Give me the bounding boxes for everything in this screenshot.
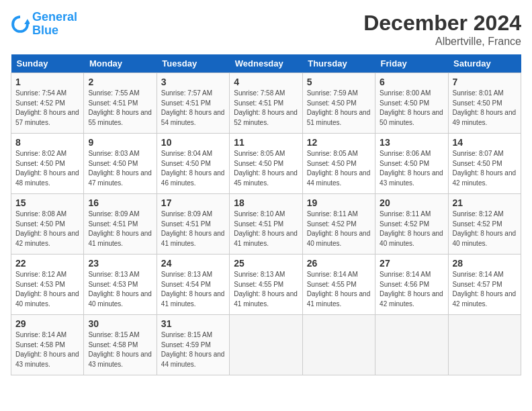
day-info: Sunrise: 7:54 AM Sunset: 4:52 PM Dayligh… — [15, 89, 79, 128]
calendar-cell: 19 Sunrise: 8:11 AM Sunset: 4:52 PM Dayl… — [302, 194, 375, 255]
day-number: 4 — [234, 77, 298, 87]
day-header-row: Sunday Monday Tuesday Wednesday Thursday… — [11, 54, 521, 73]
day-info: Sunrise: 8:06 AM Sunset: 4:50 PM Dayligh… — [380, 149, 443, 188]
day-info: Sunrise: 8:02 AM Sunset: 4:50 PM Dayligh… — [15, 149, 79, 188]
day-info: Sunrise: 8:00 AM Sunset: 4:50 PM Dayligh… — [380, 89, 443, 128]
calendar-cell: 20 Sunrise: 8:11 AM Sunset: 4:52 PM Dayl… — [375, 194, 448, 255]
day-number: 28 — [453, 258, 517, 269]
calendar-cell: 16 Sunrise: 8:09 AM Sunset: 4:51 PM Dayl… — [84, 194, 157, 255]
calendar-cell: 2 Sunrise: 7:55 AM Sunset: 4:51 PM Dayli… — [84, 73, 157, 134]
calendar-cell: 8 Sunrise: 8:02 AM Sunset: 4:50 PM Dayli… — [11, 134, 84, 194]
day-info: Sunrise: 8:10 AM Sunset: 4:51 PM Dayligh… — [234, 210, 298, 248]
header-tuesday: Tuesday — [157, 54, 229, 73]
calendar-cell: 11 Sunrise: 8:05 AM Sunset: 4:50 PM Dayl… — [230, 134, 302, 194]
calendar-cell: 30 Sunrise: 8:15 AM Sunset: 4:58 PM Dayl… — [84, 315, 157, 375]
calendar-week-row: 1 Sunrise: 7:54 AM Sunset: 4:52 PM Dayli… — [11, 73, 521, 134]
day-info: Sunrise: 8:12 AM Sunset: 4:52 PM Dayligh… — [453, 210, 517, 248]
calendar-cell: 24 Sunrise: 8:13 AM Sunset: 4:54 PM Dayl… — [157, 255, 229, 315]
calendar-cell: 18 Sunrise: 8:10 AM Sunset: 4:51 PM Dayl… — [230, 194, 302, 255]
day-number: 24 — [161, 258, 225, 269]
day-info: Sunrise: 8:13 AM Sunset: 4:55 PM Dayligh… — [234, 270, 298, 309]
day-number: 1 — [15, 77, 79, 87]
day-number: 23 — [88, 258, 152, 269]
day-info: Sunrise: 8:09 AM Sunset: 4:51 PM Dayligh… — [161, 210, 225, 248]
logo: General Blue — [11, 11, 77, 38]
day-number: 21 — [453, 197, 517, 208]
day-number: 9 — [88, 137, 152, 148]
day-number: 29 — [15, 318, 79, 329]
day-number: 2 — [88, 77, 152, 87]
header-sunday: Sunday — [11, 54, 84, 73]
calendar-cell: 17 Sunrise: 8:09 AM Sunset: 4:51 PM Dayl… — [157, 194, 229, 255]
day-info: Sunrise: 7:57 AM Sunset: 4:51 PM Dayligh… — [161, 89, 225, 128]
calendar-cell: 15 Sunrise: 8:08 AM Sunset: 4:50 PM Dayl… — [11, 194, 84, 255]
day-number: 7 — [453, 77, 517, 87]
calendar-cell: 12 Sunrise: 8:05 AM Sunset: 4:50 PM Dayl… — [302, 134, 375, 194]
day-info: Sunrise: 8:01 AM Sunset: 4:50 PM Dayligh… — [453, 89, 517, 128]
calendar-cell — [230, 315, 302, 375]
calendar-cell: 31 Sunrise: 8:15 AM Sunset: 4:59 PM Dayl… — [157, 315, 229, 375]
day-info: Sunrise: 8:09 AM Sunset: 4:51 PM Dayligh… — [88, 210, 152, 248]
calendar-cell: 13 Sunrise: 8:06 AM Sunset: 4:50 PM Dayl… — [375, 134, 448, 194]
calendar-week-row: 22 Sunrise: 8:12 AM Sunset: 4:53 PM Dayl… — [11, 255, 521, 315]
title-block: December 2024 Albertville, France — [363, 11, 521, 48]
day-number: 31 — [161, 318, 225, 329]
calendar-cell: 4 Sunrise: 7:58 AM Sunset: 4:51 PM Dayli… — [230, 73, 302, 134]
calendar-week-row: 29 Sunrise: 8:14 AM Sunset: 4:58 PM Dayl… — [11, 315, 521, 375]
day-info: Sunrise: 7:58 AM Sunset: 4:51 PM Dayligh… — [234, 89, 298, 128]
calendar-cell: 5 Sunrise: 7:59 AM Sunset: 4:50 PM Dayli… — [302, 73, 375, 134]
day-number: 15 — [15, 197, 79, 208]
day-number: 27 — [380, 258, 443, 269]
calendar-cell: 7 Sunrise: 8:01 AM Sunset: 4:50 PM Dayli… — [448, 73, 521, 134]
day-info: Sunrise: 8:14 AM Sunset: 4:55 PM Dayligh… — [307, 270, 371, 309]
day-number: 10 — [161, 137, 225, 148]
calendar-cell: 28 Sunrise: 8:14 AM Sunset: 4:57 PM Dayl… — [448, 255, 521, 315]
calendar-cell: 26 Sunrise: 8:14 AM Sunset: 4:55 PM Dayl… — [302, 255, 375, 315]
header-thursday: Thursday — [302, 54, 375, 73]
month-title: December 2024 — [363, 11, 521, 36]
day-info: Sunrise: 8:14 AM Sunset: 4:56 PM Dayligh… — [380, 270, 443, 309]
day-number: 6 — [380, 77, 443, 87]
day-info: Sunrise: 8:13 AM Sunset: 4:53 PM Dayligh… — [88, 270, 152, 309]
day-number: 12 — [307, 137, 371, 148]
day-number: 5 — [307, 77, 371, 87]
calendar-cell: 29 Sunrise: 8:14 AM Sunset: 4:58 PM Dayl… — [11, 315, 84, 375]
day-number: 30 — [88, 318, 152, 329]
calendar-cell: 25 Sunrise: 8:13 AM Sunset: 4:55 PM Dayl… — [230, 255, 302, 315]
calendar-cell: 27 Sunrise: 8:14 AM Sunset: 4:56 PM Dayl… — [375, 255, 448, 315]
day-info: Sunrise: 8:14 AM Sunset: 4:58 PM Dayligh… — [15, 330, 79, 369]
day-info: Sunrise: 8:13 AM Sunset: 4:54 PM Dayligh… — [161, 270, 225, 309]
header-wednesday: Wednesday — [230, 54, 302, 73]
calendar-cell: 9 Sunrise: 8:03 AM Sunset: 4:50 PM Dayli… — [84, 134, 157, 194]
calendar-table: Sunday Monday Tuesday Wednesday Thursday… — [11, 54, 521, 375]
day-number: 16 — [88, 197, 152, 208]
day-info: Sunrise: 8:07 AM Sunset: 4:50 PM Dayligh… — [453, 149, 517, 188]
calendar-cell: 14 Sunrise: 8:07 AM Sunset: 4:50 PM Dayl… — [448, 134, 521, 194]
day-info: Sunrise: 8:04 AM Sunset: 4:50 PM Dayligh… — [161, 149, 225, 188]
calendar-cell: 21 Sunrise: 8:12 AM Sunset: 4:52 PM Dayl… — [448, 194, 521, 255]
day-number: 20 — [380, 197, 443, 208]
day-number: 17 — [161, 197, 225, 208]
day-info: Sunrise: 8:05 AM Sunset: 4:50 PM Dayligh… — [234, 149, 298, 188]
calendar-cell: 1 Sunrise: 7:54 AM Sunset: 4:52 PM Dayli… — [11, 73, 84, 134]
location: Albertville, France — [363, 36, 521, 48]
day-info: Sunrise: 7:55 AM Sunset: 4:51 PM Dayligh… — [88, 89, 152, 128]
calendar-cell — [448, 315, 521, 375]
page-header: General Blue December 2024 Albertville, … — [11, 11, 521, 48]
svg-marker-0 — [24, 19, 30, 24]
logo-text: General Blue — [32, 11, 77, 38]
calendar-cell — [375, 315, 448, 375]
calendar-cell — [302, 315, 375, 375]
day-info: Sunrise: 8:14 AM Sunset: 4:57 PM Dayligh… — [453, 270, 517, 309]
day-number: 19 — [307, 197, 371, 208]
day-number: 25 — [234, 258, 298, 269]
day-number: 22 — [15, 258, 79, 269]
day-info: Sunrise: 8:03 AM Sunset: 4:50 PM Dayligh… — [88, 149, 152, 188]
calendar-cell: 22 Sunrise: 8:12 AM Sunset: 4:53 PM Dayl… — [11, 255, 84, 315]
day-info: Sunrise: 8:15 AM Sunset: 4:59 PM Dayligh… — [161, 330, 225, 369]
day-info: Sunrise: 8:11 AM Sunset: 4:52 PM Dayligh… — [380, 210, 443, 248]
header-monday: Monday — [84, 54, 157, 73]
calendar-cell: 10 Sunrise: 8:04 AM Sunset: 4:50 PM Dayl… — [157, 134, 229, 194]
day-number: 13 — [380, 137, 443, 148]
header-friday: Friday — [375, 54, 448, 73]
